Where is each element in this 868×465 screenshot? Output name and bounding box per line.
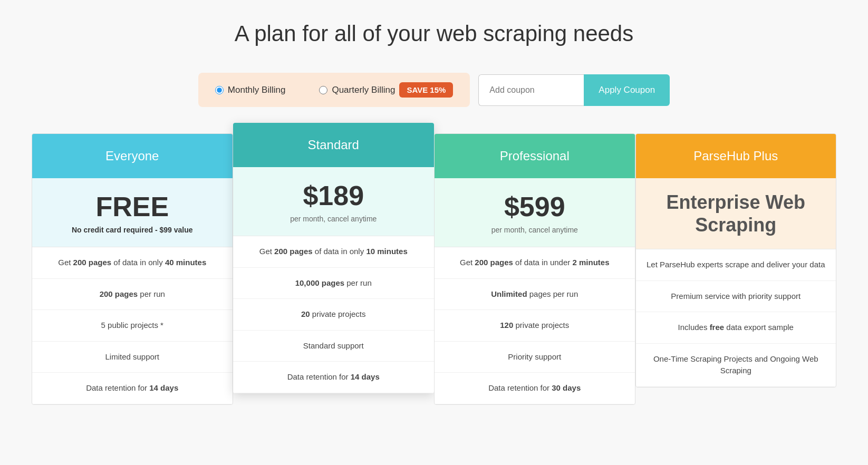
plan-parsehub-header: ParseHub Plus bbox=[636, 134, 836, 178]
monthly-billing-option[interactable]: Monthly Billing bbox=[198, 73, 303, 107]
plan-professional-price: $599 per month, cancel anytime bbox=[435, 178, 635, 247]
standard-price-main: $189 bbox=[244, 180, 424, 211]
standard-retention: Data retention for 14 days bbox=[233, 362, 435, 393]
plan-parsehub-price: Enterprise Web Scraping bbox=[636, 178, 836, 249]
plan-standard: Standard $189 per month, cancel anytime … bbox=[233, 123, 435, 393]
parsehub-feature3: Includes free data export sample bbox=[636, 312, 836, 344]
plan-standard-price: $189 per month, cancel anytime bbox=[233, 167, 435, 236]
plans-container: Everyone FREE No credit card required - … bbox=[32, 133, 836, 405]
everyone-price-main: FREE bbox=[43, 191, 222, 222]
professional-pages: Unlimited pages per run bbox=[435, 279, 635, 311]
plan-professional: Professional $599 per month, cancel anyt… bbox=[434, 133, 635, 405]
plan-everyone-header: Everyone bbox=[32, 134, 233, 178]
standard-support: Standard support bbox=[233, 331, 435, 362]
parsehub-feature2: Premium service with priority support bbox=[636, 281, 836, 313]
everyone-retention: Data retention for 14 days bbox=[32, 373, 233, 404]
save-badge: SAVE 15% bbox=[399, 82, 453, 98]
plan-parsehub-plus: ParseHub Plus Enterprise Web Scraping Le… bbox=[635, 133, 837, 388]
quarterly-billing-option[interactable]: Quarterly Billing SAVE 15% bbox=[302, 73, 470, 107]
page-title: A plan for all of your web scraping need… bbox=[32, 21, 836, 46]
everyone-projects: 5 public projects * bbox=[32, 310, 233, 342]
page-wrapper: A plan for all of your web scraping need… bbox=[0, 0, 868, 426]
everyone-price-note: No credit card required - $99 value bbox=[43, 226, 222, 234]
everyone-speed: Get 200 pages of data in only 40 minutes bbox=[32, 247, 233, 279]
parsehub-enterprise-title: Enterprise Web Scraping bbox=[647, 191, 826, 236]
quarterly-radio[interactable] bbox=[319, 86, 327, 94]
parsehub-feature4: One-Time Scraping Projects and Ongoing W… bbox=[636, 344, 836, 387]
quarterly-billing-label: Quarterly Billing bbox=[332, 85, 395, 95]
billing-controls: Monthly Billing Quarterly Billing SAVE 1… bbox=[32, 73, 836, 107]
billing-toggle: Monthly Billing Quarterly Billing SAVE 1… bbox=[198, 73, 470, 107]
plan-everyone: Everyone FREE No credit card required - … bbox=[32, 133, 233, 405]
plan-everyone-price: FREE No credit card required - $99 value bbox=[32, 178, 233, 247]
professional-support: Priority support bbox=[435, 342, 635, 373]
plan-professional-header: Professional bbox=[435, 134, 635, 178]
monthly-billing-label: Monthly Billing bbox=[228, 85, 286, 95]
professional-price-main: $599 bbox=[445, 191, 624, 222]
professional-projects: 120 private projects bbox=[435, 310, 635, 342]
apply-coupon-button[interactable]: Apply Coupon bbox=[584, 74, 670, 106]
everyone-pages: 200 pages per run bbox=[32, 279, 233, 311]
professional-retention: Data retention for 30 days bbox=[435, 373, 635, 404]
standard-price-sub: per month, cancel anytime bbox=[244, 215, 424, 223]
standard-speed: Get 200 pages of data in only 10 minutes bbox=[233, 236, 435, 268]
professional-price-sub: per month, cancel anytime bbox=[445, 226, 624, 234]
everyone-support: Limited support bbox=[32, 342, 233, 373]
plan-standard-header: Standard bbox=[233, 123, 435, 167]
monthly-radio[interactable] bbox=[215, 86, 224, 94]
professional-speed: Get 200 pages of data in under 2 minutes bbox=[435, 247, 635, 279]
standard-pages: 10,000 pages per run bbox=[233, 268, 435, 299]
coupon-input[interactable] bbox=[478, 74, 584, 106]
standard-projects: 20 private projects bbox=[233, 299, 435, 331]
coupon-section: Apply Coupon bbox=[478, 74, 670, 106]
parsehub-feature1: Let ParseHub experts scrape and deliver … bbox=[636, 249, 836, 281]
